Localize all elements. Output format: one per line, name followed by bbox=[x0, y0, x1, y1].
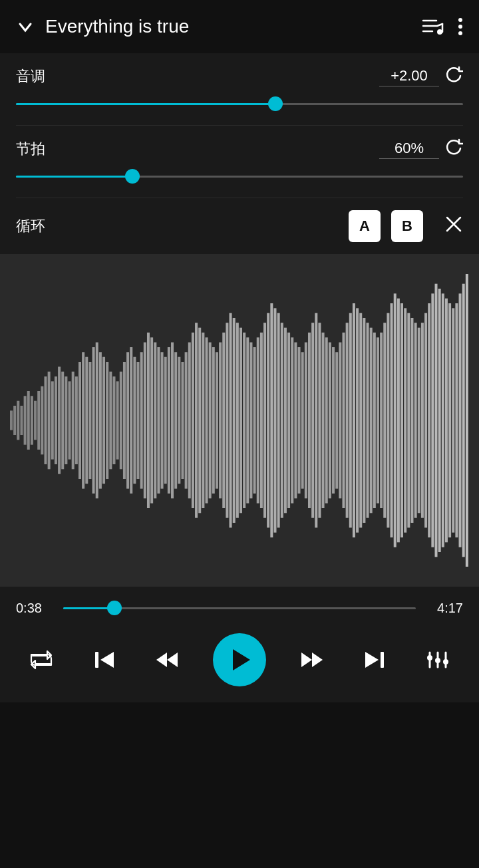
tempo-reset-icon[interactable] bbox=[444, 138, 463, 160]
pitch-reset-icon[interactable] bbox=[444, 65, 463, 88]
track-title: Everything is true bbox=[45, 16, 189, 37]
loop-label: 循环 bbox=[16, 216, 349, 236]
back-chevron-icon[interactable] bbox=[16, 17, 35, 36]
progress-bar[interactable] bbox=[63, 599, 416, 617]
tempo-top: 节拍 60% bbox=[16, 138, 463, 160]
svg-point-6 bbox=[458, 18, 462, 22]
pitch-top: 音调 +2.00 bbox=[16, 65, 463, 88]
tempo-control: 节拍 60% bbox=[16, 126, 463, 198]
progress-section: 0:38 4:17 bbox=[0, 587, 479, 624]
equalizer-icon[interactable] bbox=[420, 643, 455, 677]
transport-section bbox=[0, 624, 479, 702]
pitch-control: 音调 +2.00 bbox=[16, 53, 463, 126]
loop-a-button[interactable]: A bbox=[349, 210, 381, 242]
svg-marker-15 bbox=[301, 652, 312, 667]
fast-forward-icon[interactable] bbox=[295, 643, 329, 677]
header-actions bbox=[422, 17, 463, 36]
svg-marker-11 bbox=[100, 652, 114, 668]
total-time: 4:17 bbox=[426, 601, 463, 616]
svg-point-27 bbox=[443, 659, 448, 664]
svg-marker-17 bbox=[365, 652, 379, 668]
loop-control: 循环 A B bbox=[16, 198, 463, 254]
pitch-label: 音调 bbox=[16, 67, 45, 86]
svg-point-7 bbox=[458, 25, 462, 29]
previous-icon[interactable] bbox=[87, 643, 122, 677]
repeat-icon[interactable] bbox=[24, 643, 59, 677]
tempo-label: 节拍 bbox=[16, 139, 45, 159]
tempo-slider-thumb[interactable] bbox=[125, 169, 140, 184]
svg-marker-13 bbox=[156, 652, 167, 667]
svg-marker-16 bbox=[312, 652, 323, 667]
tempo-value-wrap: 60% bbox=[379, 138, 463, 160]
tempo-value: 60% bbox=[379, 140, 439, 159]
waveform-section[interactable] bbox=[0, 254, 479, 587]
svg-point-21 bbox=[427, 655, 432, 660]
pitch-slider-thumb[interactable] bbox=[268, 96, 283, 111]
svg-rect-18 bbox=[381, 652, 384, 668]
pitch-slider[interactable] bbox=[16, 94, 463, 113]
header: Everything is true bbox=[0, 0, 479, 53]
current-time: 0:38 bbox=[16, 601, 53, 616]
loop-close-icon[interactable] bbox=[423, 215, 463, 238]
progress-thumb[interactable] bbox=[107, 601, 122, 615]
controls-section: 音调 +2.00 节拍 60% bbox=[0, 53, 479, 254]
svg-point-8 bbox=[458, 31, 462, 35]
pitch-slider-fill bbox=[16, 103, 275, 105]
loop-b-button[interactable]: B bbox=[391, 210, 423, 242]
pitch-value-wrap: +2.00 bbox=[379, 65, 463, 88]
tempo-slider-fill bbox=[16, 176, 132, 178]
next-icon[interactable] bbox=[357, 643, 392, 677]
rewind-icon[interactable] bbox=[150, 643, 184, 677]
play-triangle-icon bbox=[233, 649, 250, 670]
svg-rect-12 bbox=[95, 652, 98, 668]
pitch-value: +2.00 bbox=[379, 67, 439, 86]
waveform-canvas bbox=[0, 254, 479, 587]
svg-marker-14 bbox=[167, 652, 178, 667]
play-button[interactable] bbox=[213, 633, 266, 686]
queue-music-icon[interactable] bbox=[422, 17, 444, 36]
more-options-icon[interactable] bbox=[458, 17, 463, 36]
tempo-slider[interactable] bbox=[16, 167, 463, 186]
svg-point-24 bbox=[435, 658, 440, 663]
header-left: Everything is true bbox=[16, 16, 189, 37]
